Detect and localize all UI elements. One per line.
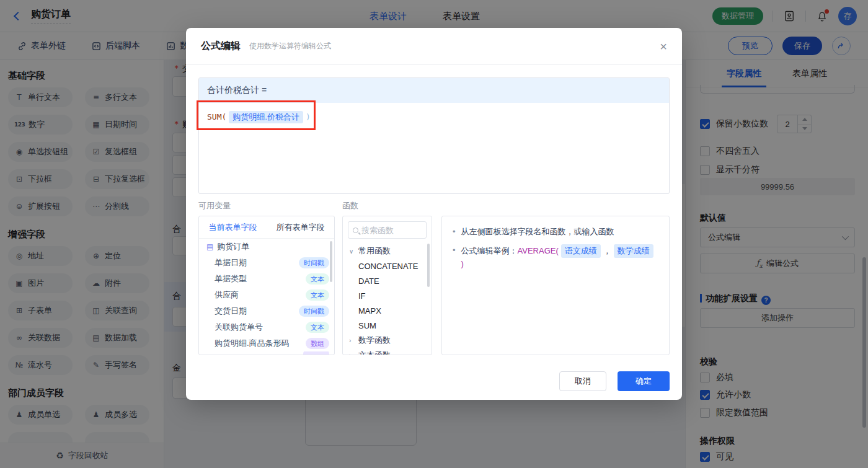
confirm-button[interactable]: 确定 xyxy=(618,371,670,391)
example-function: AVERAGE( xyxy=(518,246,559,255)
variables-panel: 当前表单字段 所有表单字段 ▤购货订单 单据日期时间戳 单据类型文本 供应商文本… xyxy=(198,216,335,355)
modal-title: 公式编辑 xyxy=(201,40,241,53)
tab-current-form-fields[interactable]: 当前表单字段 xyxy=(199,216,267,238)
variable-row[interactable]: 关联购货单号文本 xyxy=(199,319,334,335)
caret-down-icon: ∨ xyxy=(349,248,355,255)
function-item[interactable]: SUM xyxy=(343,318,432,333)
function-group-text[interactable]: ›文本函数 xyxy=(343,348,432,355)
type-badge: 文本 xyxy=(306,322,329,333)
modal-subtitle: 使用数学运算符编辑公式 xyxy=(249,41,331,51)
variable-row[interactable]: 交货日期时间戳 xyxy=(199,303,334,319)
function-item[interactable]: CONCATENATE xyxy=(343,258,432,273)
type-badge: 数组 xyxy=(306,338,329,349)
function-group-common[interactable]: ∨常用函数 xyxy=(343,244,432,258)
modal-footer: 取消 确定 xyxy=(186,363,682,400)
type-badge: 时间戳 xyxy=(299,257,329,268)
formula-keyword: SUM( xyxy=(207,112,226,121)
variables-label: 可用变量 xyxy=(198,200,231,211)
type-badge: 时间戳 xyxy=(299,306,329,317)
variables-tabs: 当前表单字段 所有表单字段 xyxy=(199,216,334,239)
function-group-math[interactable]: ›数学函数 xyxy=(343,333,432,348)
variable-tree-root[interactable]: ▤购货订单 xyxy=(199,239,334,255)
formula-input-area[interactable]: SUM(购货明细.价税合计) xyxy=(199,103,669,131)
example-chip: 数学成绩 xyxy=(614,244,653,258)
formula-field-chip[interactable]: 购货明细.价税合计 xyxy=(229,111,303,123)
help-line-2: •公式编辑举例：AVERAGE(语文成绩，数学成绩) xyxy=(453,244,658,270)
variable-row[interactable]: 供应商文本 xyxy=(199,287,334,303)
modal-header: 公式编辑 使用数学运算符编辑公式 × xyxy=(186,28,682,65)
variable-row[interactable]: 购货明细.商品条形码数组 xyxy=(199,335,334,351)
type-badge: 文本 xyxy=(306,289,329,301)
variables-scrollbar-thumb[interactable] xyxy=(330,241,332,282)
caret-right-icon: › xyxy=(349,352,355,356)
functions-label: 函数 xyxy=(342,200,358,211)
variable-row[interactable]: 单据类型文本 xyxy=(199,271,334,287)
help-line-1: •从左侧面板选择字段名和函数，或输入函数 xyxy=(453,226,658,238)
variable-row[interactable]: 单据日期时间戳 xyxy=(199,255,334,271)
function-item[interactable]: IF xyxy=(343,288,432,303)
example-chip: 语文成绩 xyxy=(561,244,601,258)
tab-all-form-fields[interactable]: 所有表单字段 xyxy=(267,216,334,238)
formula-editor-modal: 公式编辑 使用数学运算符编辑公式 × 合计价税合计 = SUM(购货明细.价税合… xyxy=(186,28,682,400)
type-badge: 文本 xyxy=(306,273,329,285)
functions-scrollbar-thumb[interactable] xyxy=(427,244,430,287)
function-search-box xyxy=(348,221,427,239)
formula-editor-box: 合计价税合计 = SUM(购货明细.价税合计) xyxy=(198,77,670,194)
search-icon xyxy=(353,227,358,233)
functions-panel: ∨常用函数 CONCATENATE DATE IF MAPX SUM ›数学函数… xyxy=(342,216,432,355)
function-item[interactable]: MAPX xyxy=(343,303,432,318)
caret-right-icon: › xyxy=(349,337,355,344)
cancel-button[interactable]: 取消 xyxy=(559,371,606,391)
formula-target: 合计价税合计 = xyxy=(199,78,669,103)
function-search-input[interactable] xyxy=(361,226,417,235)
close-icon[interactable]: × xyxy=(660,40,667,53)
help-panel: •从左侧面板选择字段名和函数，或输入函数 •公式编辑举例：AVERAGE(语文成… xyxy=(441,216,670,355)
form-doc-icon: ▤ xyxy=(206,242,213,251)
function-item[interactable]: DATE xyxy=(343,273,432,288)
variable-row-partial xyxy=(199,351,334,355)
